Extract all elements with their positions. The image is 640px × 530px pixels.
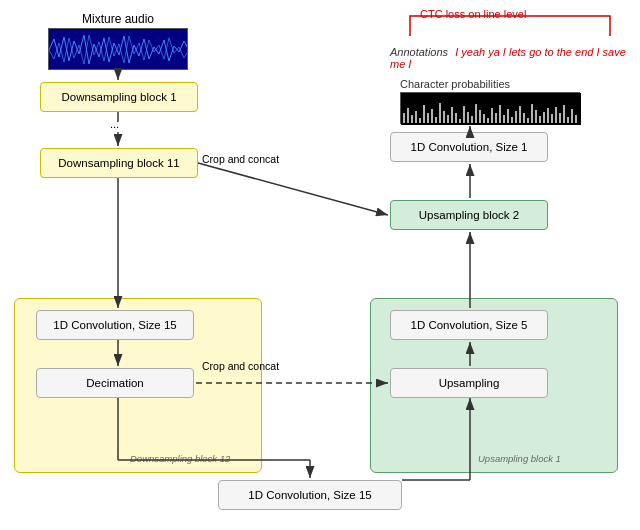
mixture-audio-label: Mixture audio: [48, 12, 188, 26]
svg-rect-10: [439, 103, 441, 123]
decimation-block: Decimation: [36, 368, 194, 398]
svg-rect-41: [563, 105, 565, 123]
upsampling-block-2: Upsampling block 2: [390, 200, 548, 230]
conv15-left: 1D Convolution, Size 15: [36, 310, 194, 340]
ds-block-12-label: Downsampling block 12: [130, 453, 230, 464]
svg-rect-5: [419, 118, 421, 123]
svg-rect-12: [447, 115, 449, 123]
crop-concat-top-label: Crop and concat: [202, 153, 279, 165]
svg-rect-16: [463, 106, 465, 123]
svg-rect-1: [403, 113, 405, 123]
svg-rect-18: [471, 116, 473, 123]
svg-rect-40: [559, 113, 561, 123]
upsampling-block: Upsampling: [390, 368, 548, 398]
svg-rect-34: [535, 110, 537, 123]
svg-rect-19: [475, 104, 477, 123]
conv15-bottom: 1D Convolution, Size 15: [218, 480, 402, 510]
svg-rect-2: [407, 108, 409, 123]
ctc-loss-area: CTC loss on line level: [400, 8, 620, 41]
svg-rect-23: [491, 108, 493, 123]
svg-rect-35: [539, 116, 541, 123]
svg-rect-38: [551, 114, 553, 123]
svg-rect-32: [527, 118, 529, 123]
downsampling-block-1: Downsampling block 1: [40, 82, 198, 112]
svg-rect-13: [451, 107, 453, 123]
svg-rect-36: [543, 112, 545, 123]
char-prob-label: Character probabilities: [400, 78, 510, 90]
svg-rect-33: [531, 104, 533, 123]
svg-rect-28: [511, 117, 513, 123]
annotations-row: Annotations I yeah ya I lets go to the e…: [390, 46, 640, 70]
svg-rect-29: [515, 111, 517, 123]
conv5-right: 1D Convolution, Size 5: [390, 310, 548, 340]
svg-rect-24: [495, 113, 497, 123]
waveform-display: [48, 28, 188, 70]
svg-rect-20: [479, 110, 481, 123]
svg-rect-4: [415, 111, 417, 123]
svg-rect-39: [555, 107, 557, 123]
svg-rect-26: [503, 115, 505, 123]
svg-rect-31: [523, 113, 525, 123]
char-prob-display: [400, 92, 580, 124]
ellipsis-label: ...: [110, 118, 119, 130]
svg-rect-8: [431, 109, 433, 123]
svg-rect-17: [467, 112, 469, 123]
downsampling-block-11: Downsampling block 11: [40, 148, 198, 178]
svg-rect-30: [519, 106, 521, 123]
svg-line-62: [198, 163, 388, 215]
svg-rect-3: [411, 115, 413, 123]
svg-rect-14: [455, 113, 457, 123]
svg-rect-6: [423, 105, 425, 123]
crop-concat-bottom-label: Crop and concat: [202, 360, 279, 372]
svg-rect-44: [575, 115, 577, 123]
annotations-label-text: Annotations: [390, 46, 448, 58]
svg-rect-11: [443, 111, 445, 123]
svg-rect-9: [435, 117, 437, 123]
svg-rect-15: [459, 119, 461, 123]
svg-rect-21: [483, 114, 485, 123]
svg-rect-42: [567, 117, 569, 123]
us-block-1-label: Upsampling block 1: [478, 453, 561, 464]
svg-rect-25: [499, 105, 501, 123]
svg-rect-22: [487, 118, 489, 123]
svg-rect-7: [427, 113, 429, 123]
svg-rect-43: [571, 109, 573, 123]
conv1-top: 1D Convolution, Size 1: [390, 132, 548, 162]
svg-rect-37: [547, 108, 549, 123]
svg-rect-27: [507, 109, 509, 123]
architecture-diagram: Mixture audio Downsampling block 1 ... D…: [0, 0, 640, 530]
ctc-loss-label: CTC loss on line level: [420, 8, 526, 20]
